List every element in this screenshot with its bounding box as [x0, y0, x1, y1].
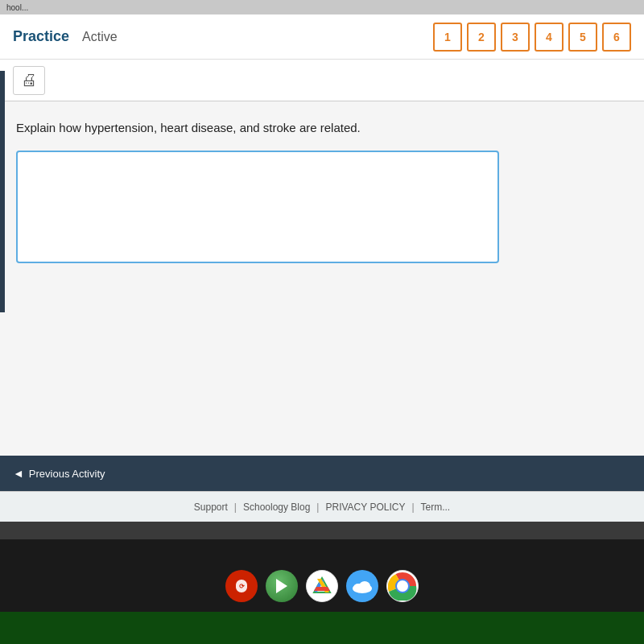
screen-container: hool... Practice Active 1 2 3 4 5 6 🖨	[0, 0, 644, 644]
prev-arrow-icon: ◄	[13, 467, 24, 480]
question-btn-1[interactable]: 1	[433, 23, 462, 52]
question-text: Explain how hypertension, heart disease,…	[16, 121, 628, 134]
toolbar-row: 🖨	[0, 60, 644, 101]
cloud-icon-svg	[352, 578, 373, 594]
question-numbers: 1 2 3 4 5 6	[433, 23, 631, 52]
blog-link[interactable]: Schoology Blog	[243, 502, 310, 513]
support-link[interactable]: Support	[194, 502, 228, 513]
header-left: Practice Active	[13, 28, 118, 45]
taskbar-red-icon[interactable]: ⟳	[225, 570, 258, 602]
print-icon: 🖨	[21, 71, 37, 89]
sep2: |	[316, 502, 319, 513]
question-area: Explain how hypertension, heart disease,…	[0, 101, 644, 456]
taskbar-cloud-icon[interactable]	[346, 570, 378, 602]
svg-text:⟳: ⟳	[239, 583, 245, 590]
svg-point-8	[359, 581, 370, 591]
svg-marker-1	[276, 579, 287, 593]
question-btn-6[interactable]: 6	[602, 23, 631, 52]
left-edge-indicator	[0, 71, 5, 312]
privacy-link[interactable]: PRIVACY POLICY	[325, 502, 405, 513]
print-button[interactable]: 🖨	[13, 66, 45, 95]
chrome-icon-svg	[388, 572, 417, 601]
browser-url: hool...	[6, 3, 28, 12]
sep3: |	[411, 502, 414, 513]
question-btn-5[interactable]: 5	[568, 23, 597, 52]
taskbar-chrome-icon[interactable]	[386, 570, 419, 602]
taskbar-play-icon[interactable]	[266, 570, 298, 602]
taskbar-drive-icon[interactable]	[306, 570, 338, 602]
drive-icon-svg	[311, 575, 333, 597]
footer-links-bar: Support | Schoology Blog | PRIVACY POLIC…	[0, 491, 644, 522]
question-btn-4[interactable]: 4	[535, 23, 564, 52]
header-bar: Practice Active 1 2 3 4 5 6	[0, 14, 644, 60]
active-badge: Active	[82, 30, 118, 44]
sep1: |	[234, 502, 237, 513]
practice-label[interactable]: Practice	[13, 28, 69, 45]
previous-activity-button[interactable]: ◄ Previous Activity	[13, 467, 105, 480]
taskbar-area: ⟳	[0, 539, 644, 644]
question-btn-2[interactable]: 2	[467, 23, 496, 52]
footer-nav: ◄ Previous Activity	[0, 456, 644, 491]
answer-textarea[interactable]	[16, 151, 499, 263]
red-icon-svg: ⟳	[232, 576, 251, 596]
play-icon-svg	[275, 577, 289, 595]
prev-activity-label: Previous Activity	[29, 468, 105, 480]
terms-link[interactable]: Term...	[421, 502, 451, 513]
svg-point-11	[397, 580, 408, 592]
taskbar-icons-row: ⟳	[225, 562, 419, 612]
browser-bar: hool...	[0, 0, 644, 14]
dark-strip	[0, 612, 644, 644]
page-content: Practice Active 1 2 3 4 5 6 🖨 Explain ho…	[0, 14, 644, 522]
question-btn-3[interactable]: 3	[501, 23, 530, 52]
